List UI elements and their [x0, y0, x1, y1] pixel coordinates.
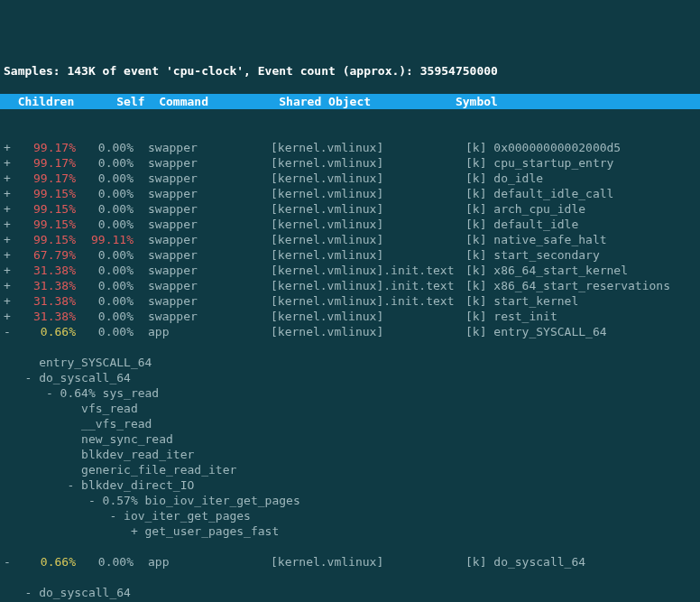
self-pct: 0.00% — [76, 554, 134, 570]
table-row[interactable]: +67.79%0.00%swapper[kernel.vmlinux][k] s… — [0, 247, 700, 263]
children-pct: 99.17% — [11, 140, 76, 155]
self-pct: 0.00% — [76, 278, 134, 293]
call-tree-line[interactable]: - iov_iter_get_pages — [0, 508, 700, 523]
call-tree-line[interactable]: vfs_read — [0, 401, 700, 416]
self-pct: 0.00% — [76, 201, 134, 217]
children-pct: 99.17% — [11, 155, 76, 171]
self-pct: 0.00% — [76, 263, 134, 278]
self-pct: 0.00% — [76, 186, 134, 201]
shared-object: [kernel.vmlinux] — [271, 232, 465, 247]
expand-toggle-icon[interactable]: - — [4, 554, 11, 570]
expand-toggle-icon[interactable]: + — [4, 140, 11, 155]
table-row[interactable]: +31.38%0.00%swapper[kernel.vmlinux].init… — [0, 293, 700, 309]
table-row[interactable]: -0.66%0.00%app[kernel.vmlinux][k] entry_… — [0, 324, 700, 339]
call-tree-line[interactable]: - do_syscall_64 — [0, 370, 700, 385]
call-tree-line[interactable]: - do_syscall_64 — [0, 585, 700, 600]
command: swapper — [148, 140, 271, 155]
shared-object: [kernel.vmlinux] — [271, 324, 465, 339]
call-tree-line[interactable]: - blkdev_direct_IO — [0, 477, 700, 493]
table-row[interactable]: -0.66%0.00%app[kernel.vmlinux][k] do_sys… — [0, 554, 700, 570]
children-pct: 31.38% — [11, 293, 76, 309]
shared-object: [kernel.vmlinux].init.text — [271, 278, 465, 293]
symbol: [k] do_syscall_64 — [465, 554, 585, 570]
command: swapper — [148, 263, 271, 278]
symbol: [k] entry_SYSCALL_64 — [465, 324, 607, 339]
expand-toggle-icon[interactable]: + — [4, 293, 11, 309]
children-pct: 99.15% — [11, 186, 76, 201]
expand-toggle-icon[interactable]: + — [4, 201, 11, 217]
expand-toggle-icon[interactable]: + — [4, 186, 11, 201]
call-tree-line[interactable]: new_sync_read — [0, 431, 700, 447]
call-tree-line[interactable]: entry_SYSCALL_64 — [0, 355, 700, 370]
children-pct: 31.38% — [11, 263, 76, 278]
shared-object: [kernel.vmlinux] — [271, 155, 465, 171]
self-pct: 0.00% — [76, 217, 134, 232]
command: swapper — [148, 293, 271, 309]
table-row[interactable]: +31.38%0.00%swapper[kernel.vmlinux].init… — [0, 263, 700, 278]
symbol: [k] 0x00000000002000d5 — [465, 140, 621, 155]
col-shared-object: Shared Object — [208, 95, 371, 108]
shared-object: [kernel.vmlinux].init.text — [271, 293, 465, 309]
expand-toggle-icon[interactable]: + — [4, 263, 11, 278]
col-self: Self — [74, 95, 144, 108]
symbol: [k] start_secondary — [465, 247, 600, 263]
shared-object: [kernel.vmlinux].init.text — [271, 263, 465, 278]
self-pct: 99.11% — [76, 232, 134, 247]
symbol: [k] x86_64_start_reservations — [465, 278, 670, 293]
shared-object: [kernel.vmlinux] — [271, 201, 465, 217]
expand-toggle-icon[interactable]: - — [4, 324, 11, 339]
title-bar: Samples: 143K of event 'cpu-clock', Even… — [0, 61, 700, 79]
table-row[interactable]: +99.17%0.00%swapper[kernel.vmlinux][k] d… — [0, 171, 700, 186]
expand-toggle-icon[interactable]: + — [4, 247, 11, 263]
command: swapper — [148, 278, 271, 293]
shared-object: [kernel.vmlinux] — [271, 171, 465, 186]
table-row[interactable]: +31.38%0.00%swapper[kernel.vmlinux].init… — [0, 278, 700, 293]
expand-toggle-icon[interactable]: + — [4, 309, 11, 324]
children-pct: 99.17% — [11, 171, 76, 186]
table-row[interactable]: +99.15%0.00%swapper[kernel.vmlinux][k] a… — [0, 201, 700, 217]
shared-object: [kernel.vmlinux] — [271, 186, 465, 201]
expand-toggle-icon[interactable]: + — [4, 155, 11, 171]
self-pct: 0.00% — [76, 140, 134, 155]
symbol: [k] x86_64_start_kernel — [465, 263, 628, 278]
children-pct: 99.15% — [11, 232, 76, 247]
expand-toggle-icon[interactable]: + — [4, 217, 11, 232]
expand-toggle-icon[interactable]: + — [4, 171, 11, 186]
expand-toggle-icon[interactable]: + — [4, 232, 11, 247]
self-pct: 0.00% — [76, 293, 134, 309]
symbol: [k] native_safe_halt — [465, 232, 607, 247]
call-tree-line[interactable]: - 0.57% bio_iov_iter_get_pages — [0, 493, 700, 508]
shared-object: [kernel.vmlinux] — [271, 140, 465, 155]
table-row[interactable]: +99.17%0.00%swapper[kernel.vmlinux][k] 0… — [0, 140, 700, 155]
self-pct: 0.00% — [76, 309, 134, 324]
command: swapper — [148, 171, 271, 186]
symbol: [k] default_idle — [465, 217, 578, 232]
symbol: [k] cpu_startup_entry — [465, 155, 613, 171]
column-header: Children Self Command Shared Object Symb… — [0, 94, 700, 109]
table-row[interactable]: +99.15%0.00%swapper[kernel.vmlinux][k] d… — [0, 186, 700, 201]
col-symbol: Symbol — [371, 95, 498, 108]
symbol: [k] default_idle_call — [465, 186, 613, 201]
command: swapper — [148, 217, 271, 232]
symbol: [k] rest_init — [465, 309, 557, 324]
call-tree-line[interactable]: blkdev_read_iter — [0, 447, 700, 462]
table-row[interactable]: +99.17%0.00%swapper[kernel.vmlinux][k] c… — [0, 155, 700, 171]
self-pct: 0.00% — [76, 324, 134, 339]
table-row[interactable]: +99.15%99.11%swapper[kernel.vmlinux][k] … — [0, 232, 700, 247]
command: swapper — [148, 232, 271, 247]
call-tree-line[interactable]: __vfs_read — [0, 416, 700, 431]
command: swapper — [148, 201, 271, 217]
table-row[interactable]: +99.15%0.00%swapper[kernel.vmlinux][k] d… — [0, 217, 700, 232]
table-row[interactable]: +31.38%0.00%swapper[kernel.vmlinux][k] r… — [0, 309, 700, 324]
col-command: Command — [145, 95, 208, 108]
call-tree-line[interactable]: generic_file_read_iter — [0, 462, 700, 477]
children-pct: 31.38% — [11, 278, 76, 293]
self-pct: 0.00% — [76, 171, 134, 186]
expand-toggle-icon[interactable]: + — [4, 278, 11, 293]
children-pct: 99.15% — [11, 201, 76, 217]
call-tree-line[interactable]: - 0.64% sys_read — [0, 385, 700, 401]
children-pct: 0.66% — [11, 324, 76, 339]
shared-object: [kernel.vmlinux] — [271, 309, 465, 324]
call-tree-line[interactable]: + get_user_pages_fast — [0, 523, 700, 539]
symbol: [k] do_idle — [465, 171, 543, 186]
